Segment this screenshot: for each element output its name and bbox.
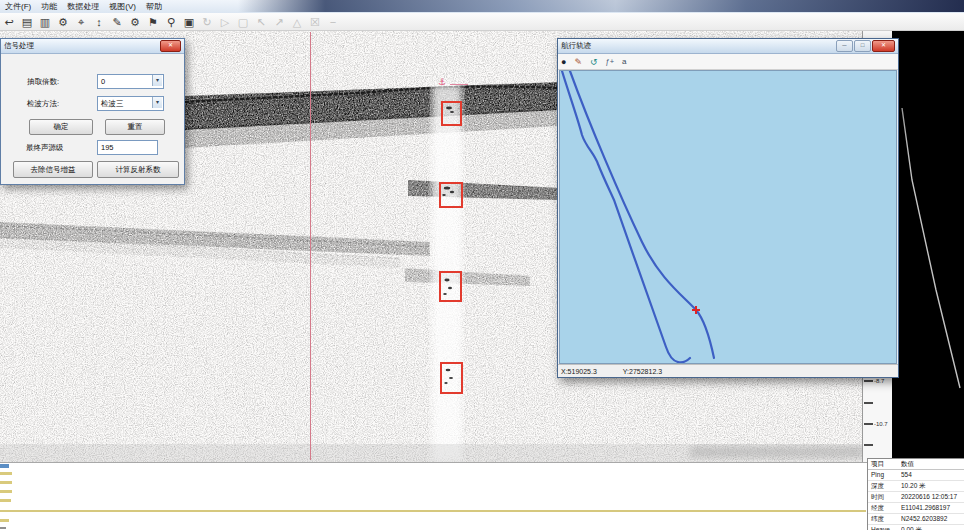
dialog-title-bar[interactable]: 信号处理 ✕	[1, 39, 184, 54]
refresh-icon[interactable]: ↺	[590, 55, 598, 69]
tick-label: -8.7	[874, 378, 884, 384]
table-row: 经度 E11041.2968197	[868, 503, 964, 514]
profile-track-line	[892, 30, 964, 462]
buoy-marker-icon[interactable]: ⚓	[438, 78, 446, 87]
dialog-title: 信号处理	[4, 41, 160, 51]
gear2-icon[interactable]: ⚙	[126, 14, 144, 30]
table-row: Heave 0.00 米	[868, 525, 964, 530]
peaks-icon: △	[288, 14, 306, 30]
reset-button[interactable]: 重置	[105, 119, 165, 135]
calc-reflection-button[interactable]: 计算反射系数	[97, 161, 179, 178]
table-row: Ping 554	[868, 470, 964, 481]
row-label: 深度	[868, 481, 901, 491]
bottom-status-strip	[0, 462, 964, 530]
record-dot-icon[interactable]: ●	[561, 55, 566, 69]
track-window-title-bar[interactable]: 航行轨迹 ─ □ ✕	[558, 39, 898, 54]
yellow-event-mark	[0, 490, 12, 493]
ruler-tick	[864, 401, 874, 405]
target-box-4[interactable]	[440, 362, 463, 394]
background-titlebar-glass	[238, 0, 964, 12]
ping-info-table: 项目 数值 Ping 554 深度 10.20 米 时间 20220616 12…	[867, 458, 964, 530]
main-toolbar: ↩ ▤ ▥ ⚙ ⌖ ↕ ✎ ⚙ ⚑ ⚲ ▣ ↻ ▷ ▢ ↖ ↗ △ ☒ −	[0, 13, 964, 31]
page-icon[interactable]: ▤	[18, 14, 36, 30]
track-window-toolbar: ● ✎ ↺ ƒ+ a	[558, 54, 898, 70]
header-value: 数值	[901, 459, 964, 469]
menu-file[interactable]: 文件(F)	[0, 0, 36, 13]
ruler-tick	[864, 443, 874, 447]
rotate-icon: ↻	[198, 14, 216, 30]
decimation-select[interactable]: 0 ▾	[97, 74, 164, 89]
close-icon[interactable]: ✕	[160, 40, 181, 52]
page-edit-icon[interactable]: ▥	[36, 14, 54, 30]
buoy-marker-tail	[450, 84, 468, 85]
navigation-track-window: 航行轨迹 ─ □ ✕ ● ✎ ↺ ƒ+ a X:519025.3 Y:275	[557, 38, 899, 378]
selection-icon: ▢	[234, 14, 252, 30]
edit-route-icon[interactable]: ✎	[574, 55, 582, 69]
chevron-down-icon[interactable]: ▾	[152, 97, 162, 108]
track-window-status-bar: X:519025.3 Y:2752812.3	[558, 364, 898, 377]
tick-mark	[864, 380, 873, 382]
row-value: 0.00 米	[901, 525, 964, 530]
chevron-down-icon[interactable]: ▾	[152, 75, 162, 86]
table-row: 时间 20220616 12:05:17	[868, 492, 964, 503]
menu-function[interactable]: 功能	[36, 0, 62, 13]
row-label: 经度	[868, 503, 901, 513]
track-map-canvas[interactable]	[559, 70, 897, 364]
target-box-2[interactable]	[439, 182, 463, 208]
tick-mark	[864, 444, 873, 446]
blue-event-mark	[0, 464, 9, 468]
tick-label: -10.7	[874, 421, 888, 427]
maximize-icon[interactable]: □	[854, 40, 871, 52]
pencil-icon[interactable]: ✎	[108, 14, 126, 30]
row-value: E11041.2968197	[901, 503, 964, 513]
row-label: Ping	[868, 470, 901, 480]
row-value: 554	[901, 470, 964, 480]
yellow-event-mark	[0, 519, 9, 522]
row-value: 10.20 米	[901, 481, 964, 491]
row-label: 纬度	[868, 514, 901, 524]
row-label: 时间	[868, 492, 901, 502]
row-label: Heave	[868, 525, 901, 530]
yellow-event-mark	[0, 499, 11, 502]
row-value: 20220616 12:05:17	[901, 492, 964, 502]
table-header-row: 项目 数值	[868, 459, 964, 470]
track-window-title: 航行轨迹	[561, 41, 835, 51]
remove-gain-button[interactable]: 去除信号增益	[13, 161, 93, 178]
close-icon[interactable]: ✕	[872, 40, 895, 52]
pin-icon[interactable]: ⚲	[162, 14, 180, 30]
minus-icon: −	[324, 14, 342, 30]
detection-value: 检波三	[101, 99, 124, 108]
track-lines	[560, 71, 896, 363]
target-box-3[interactable]	[439, 271, 462, 302]
table-row: 纬度 N2452.6203892	[868, 514, 964, 525]
yellow-event-mark	[0, 481, 12, 484]
profile-panel	[892, 30, 964, 462]
open-icon[interactable]: ↩	[0, 14, 18, 30]
vertical-adjust-icon[interactable]: ↕	[90, 14, 108, 30]
settings-icon[interactable]: ⚙	[54, 14, 72, 30]
marker-box-icon[interactable]: ▣	[180, 14, 198, 30]
target-box-1[interactable]	[441, 101, 462, 126]
status-y-coordinate: Y:2752812.3	[623, 368, 662, 375]
decimation-value: 0	[101, 77, 105, 86]
minimize-icon[interactable]: ─	[836, 40, 853, 52]
row-value: N2452.6203892	[901, 514, 964, 524]
cursor-icon: ▷	[216, 14, 234, 30]
detection-select[interactable]: 检波三 ▾	[97, 96, 164, 111]
status-x-coordinate: X:519025.3	[561, 368, 597, 375]
altitude-trace-line	[0, 510, 866, 512]
ok-button[interactable]: 确定	[29, 119, 93, 135]
header-item: 项目	[868, 459, 901, 469]
menu-data-processing[interactable]: 数据处理	[62, 0, 104, 13]
annotate-icon[interactable]: a	[622, 55, 626, 69]
arrow-back-icon: ↖	[252, 14, 270, 30]
tick-mark	[864, 423, 873, 425]
close-box-icon: ☒	[306, 14, 324, 30]
flag-icon[interactable]: ⚑	[144, 14, 162, 30]
menu-view[interactable]: 视图(V)	[104, 0, 141, 13]
target-icon[interactable]: ⌖	[72, 14, 90, 30]
source-level-input[interactable]: 195	[97, 140, 158, 155]
menu-help[interactable]: 帮助	[141, 0, 167, 13]
function-icon[interactable]: ƒ+	[606, 55, 615, 69]
tick-mark	[864, 402, 873, 404]
